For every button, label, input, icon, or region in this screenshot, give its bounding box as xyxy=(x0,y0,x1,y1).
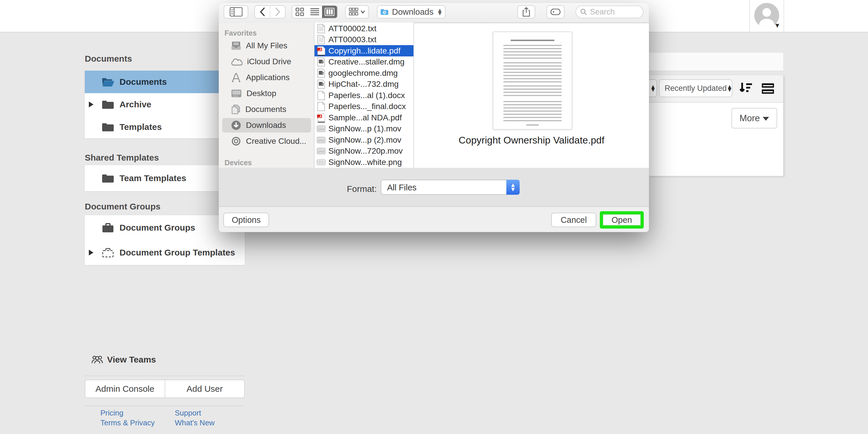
stepper-icon: ▲▼ xyxy=(727,85,733,91)
location-value: Downloads xyxy=(392,7,433,17)
sidebar-toggle-button[interactable] xyxy=(224,5,248,19)
icon-view-button[interactable] xyxy=(292,6,307,18)
file-row-pdf[interactable]: Sample...al NDA.pdf xyxy=(314,112,413,123)
footer-link-what-s-new[interactable]: What's New xyxy=(175,418,215,427)
file-row-txt[interactable]: ATT00002.txt xyxy=(314,23,413,34)
file-row-mov[interactable]: SignNow...p (2).mov xyxy=(314,134,413,146)
sidebar-item-document-group-templates[interactable]: Document Group Templates xyxy=(85,240,245,265)
favorites-title: Favorites xyxy=(224,29,257,37)
file-row-txt[interactable]: ATT00003.txt xyxy=(314,34,413,45)
file-row-docx[interactable]: Paperles..._final.docx xyxy=(314,101,413,112)
finder-sidebar-label: Documents xyxy=(245,105,286,114)
more-label: More xyxy=(740,113,760,124)
options-button[interactable]: Options xyxy=(223,213,269,227)
more-button[interactable]: More xyxy=(732,108,777,128)
file-name: Sample...al NDA.pdf xyxy=(329,113,402,122)
location-dropdown[interactable]: Downloads ▲▼ xyxy=(377,5,445,19)
list-view-icon[interactable] xyxy=(761,83,775,94)
finder-sidebar-item-documents[interactable]: Documents xyxy=(222,102,311,117)
people-icon xyxy=(91,355,103,364)
disclosure-triangle-icon[interactable] xyxy=(89,250,93,255)
forward-button[interactable] xyxy=(270,6,285,18)
list-view-button[interactable] xyxy=(307,6,322,18)
sort-descending-icon[interactable] xyxy=(739,82,752,94)
file-row-mov[interactable]: SignNow...p (1).mov xyxy=(314,123,413,134)
sort-order-select[interactable]: Recently Updated ▲▼ xyxy=(659,79,732,97)
finder-sidebar-label: Applications xyxy=(246,73,290,82)
divider xyxy=(85,376,245,376)
file-name: Creative...staller.dmg xyxy=(329,57,404,66)
file-row-dmg[interactable]: Creative...staller.dmg xyxy=(314,56,413,68)
file-row-dmg[interactable]: HipChat-...732.dmg xyxy=(314,79,413,90)
sidebar-item-label: Document Group Templates xyxy=(120,248,235,257)
view-mode-buttons xyxy=(292,5,338,19)
file-name: HipChat-...732.dmg xyxy=(329,80,399,89)
footer-link-terms-privacy[interactable]: Terms & Privacy xyxy=(100,418,155,427)
file-row-dmg[interactable]: googlechrome.dmg xyxy=(314,67,413,79)
mov-file-icon xyxy=(317,135,326,145)
column-view-button[interactable] xyxy=(322,6,337,18)
finder-sidebar: Favorites All My FilesiCloud DriveApplic… xyxy=(219,23,314,168)
arrange-button[interactable] xyxy=(345,5,369,19)
document-preview-thumbnail xyxy=(493,32,572,130)
preview-pane: Copyright Ownership Validate.pdf xyxy=(414,23,649,168)
add-user-button[interactable]: Add User xyxy=(165,380,245,398)
file-name: ATT00002.txt xyxy=(329,24,376,33)
finder-sidebar-item-desktop[interactable]: Desktop xyxy=(222,86,311,101)
file-name: Paperles..._final.docx xyxy=(329,102,406,111)
png-file-icon xyxy=(317,157,326,167)
footer-link-pricing[interactable]: Pricing xyxy=(100,408,123,417)
sidebar-item-label: Archive xyxy=(120,99,151,110)
folder-icon xyxy=(101,173,114,184)
icloud-icon xyxy=(231,58,243,66)
pdf-file-icon xyxy=(317,113,326,123)
admin-console-button[interactable]: Admin Console xyxy=(85,380,165,398)
share-button[interactable] xyxy=(517,5,535,19)
cancel-button[interactable]: Cancel xyxy=(551,213,596,227)
file-row-docx[interactable]: Paperles...al (1).docx xyxy=(314,90,413,101)
finder-sidebar-label: Desktop xyxy=(247,89,276,98)
finder-sidebar-item-downloads[interactable]: Downloads xyxy=(222,118,311,132)
arrange-icon xyxy=(349,7,358,16)
stepper-icon: ▲▼ xyxy=(650,85,656,91)
back-button[interactable] xyxy=(255,6,270,18)
search-icon xyxy=(580,8,587,16)
search-field[interactable] xyxy=(576,5,644,18)
finder-sidebar-item-applications[interactable]: Applications xyxy=(222,70,311,85)
finder-sidebar-label: Creative Cloud... xyxy=(246,136,306,146)
tags-button[interactable] xyxy=(547,5,564,19)
divider xyxy=(85,406,245,406)
footer-link-support[interactable]: Support xyxy=(175,408,201,417)
dialog-toolbar: Downloads ▲▼ xyxy=(219,3,649,23)
account-menu[interactable]: ▾ xyxy=(749,0,784,32)
file-row-mov[interactable]: SignNow...720p.mov xyxy=(314,146,413,157)
finder-sidebar-item-creative-cloud-[interactable]: Creative Cloud... xyxy=(222,134,311,148)
finder-sidebar-label: All My Files xyxy=(246,41,287,50)
chevron-down-icon: ▾ xyxy=(775,22,779,29)
open-button[interactable]: Open xyxy=(603,214,641,225)
all-my-files-icon xyxy=(231,41,241,50)
file-row-png[interactable]: SignNow...white.png xyxy=(314,157,413,168)
applications-icon xyxy=(231,73,241,83)
panel-controls: ▲▼ Recently Updated ▲▼ xyxy=(649,75,783,103)
documents-icon xyxy=(231,104,241,114)
sort-order-value: Recently Updated xyxy=(664,84,727,93)
view-teams-label: View Teams xyxy=(107,355,156,365)
view-teams-link[interactable]: View Teams xyxy=(91,355,156,365)
finder-sidebar-item-icloud-drive[interactable]: iCloud Drive xyxy=(222,54,311,69)
briefcase-dashed-icon xyxy=(101,247,114,258)
disclosure-triangle-icon[interactable] xyxy=(89,101,93,107)
txt-file-icon xyxy=(317,35,326,44)
stepper-icon: ▲▼ xyxy=(437,9,443,15)
file-row-pdf[interactable]: Copyrigh...lidate.pdf xyxy=(314,45,413,56)
share-icon xyxy=(523,7,530,17)
tag-icon xyxy=(551,9,560,15)
file-name: SignNow...p (2).mov xyxy=(329,135,401,145)
briefcase-icon xyxy=(101,222,114,234)
format-select[interactable]: All Files ▲▼ xyxy=(381,180,520,195)
docx-file-icon xyxy=(317,101,326,112)
finder-sidebar-item-all-my-files[interactable]: All My Files xyxy=(222,38,311,53)
search-input[interactable] xyxy=(589,7,634,17)
downloads-icon xyxy=(231,120,241,130)
dmg-file-icon xyxy=(317,79,326,89)
